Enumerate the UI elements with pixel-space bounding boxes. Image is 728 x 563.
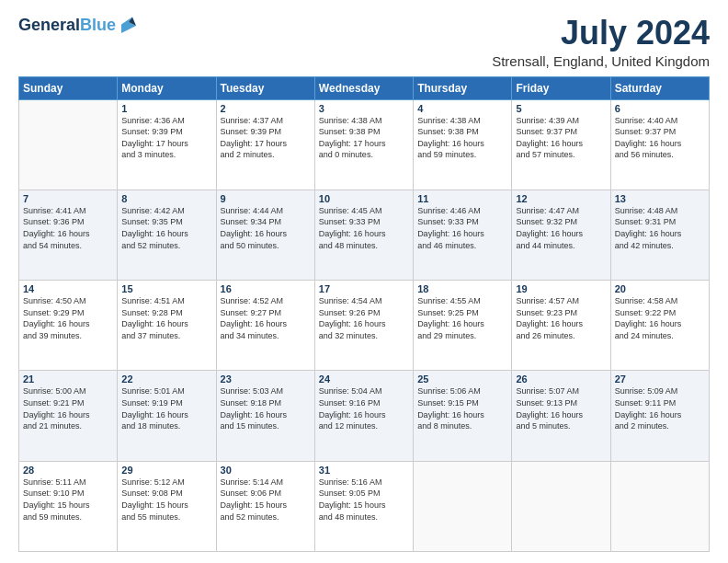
calendar-cell: 12Sunrise: 4:47 AM Sunset: 9:32 PM Dayli… [512, 190, 610, 280]
day-info: Sunrise: 4:38 AM Sunset: 9:38 PM Dayligh… [319, 115, 409, 161]
calendar-cell: 31Sunrise: 5:16 AM Sunset: 9:05 PM Dayli… [314, 461, 413, 551]
day-info: Sunrise: 5:04 AM Sunset: 9:16 PM Dayligh… [319, 385, 409, 431]
calendar-cell: 30Sunrise: 5:14 AM Sunset: 9:06 PM Dayli… [216, 461, 314, 551]
day-info: Sunrise: 4:36 AM Sunset: 9:39 PM Dayligh… [121, 115, 211, 161]
day-info: Sunrise: 4:37 AM Sunset: 9:39 PM Dayligh… [221, 115, 311, 161]
calendar-cell: 7Sunrise: 4:41 AM Sunset: 9:36 PM Daylig… [19, 190, 118, 280]
calendar-cell: 5Sunrise: 4:39 AM Sunset: 9:37 PM Daylig… [512, 99, 610, 190]
calendar-header-monday: Monday [118, 76, 216, 99]
day-info: Sunrise: 5:11 AM Sunset: 9:10 PM Dayligh… [23, 477, 113, 523]
title-block: July 2024 Strensall, England, United Kin… [492, 15, 710, 69]
day-info: Sunrise: 5:06 AM Sunset: 9:15 PM Dayligh… [417, 385, 507, 431]
day-number: 26 [516, 373, 606, 385]
calendar-cell: 29Sunrise: 5:12 AM Sunset: 9:08 PM Dayli… [118, 461, 216, 551]
day-info: Sunrise: 4:45 AM Sunset: 9:33 PM Dayligh… [319, 205, 409, 251]
calendar-cell: 13Sunrise: 4:48 AM Sunset: 9:31 PM Dayli… [610, 190, 709, 280]
day-info: Sunrise: 5:16 AM Sunset: 9:05 PM Dayligh… [319, 477, 409, 523]
calendar-table: SundayMondayTuesdayWednesdayThursdayFrid… [18, 76, 710, 552]
day-number: 17 [319, 283, 409, 294]
day-number: 28 [23, 465, 113, 476]
calendar-cell: 1Sunrise: 4:36 AM Sunset: 9:39 PM Daylig… [118, 99, 216, 190]
calendar-cell: 18Sunrise: 4:55 AM Sunset: 9:25 PM Dayli… [414, 281, 512, 371]
calendar-cell: 24Sunrise: 5:04 AM Sunset: 9:16 PM Dayli… [314, 371, 413, 461]
day-info: Sunrise: 4:48 AM Sunset: 9:31 PM Dayligh… [615, 205, 705, 251]
day-info: Sunrise: 4:55 AM Sunset: 9:25 PM Dayligh… [417, 295, 507, 341]
day-info: Sunrise: 5:07 AM Sunset: 9:13 PM Dayligh… [516, 385, 606, 431]
calendar-cell: 14Sunrise: 4:50 AM Sunset: 9:29 PM Dayli… [19, 281, 118, 371]
day-number: 22 [121, 373, 211, 385]
calendar-cell: 27Sunrise: 5:09 AM Sunset: 9:11 PM Dayli… [610, 371, 709, 461]
header: GeneralBlue July 2024 Strensall, England… [18, 15, 710, 69]
calendar-week-row: 14Sunrise: 4:50 AM Sunset: 9:29 PM Dayli… [19, 281, 710, 371]
calendar-cell: 10Sunrise: 4:45 AM Sunset: 9:33 PM Dayli… [314, 190, 413, 280]
day-info: Sunrise: 4:51 AM Sunset: 9:28 PM Dayligh… [121, 295, 211, 341]
day-info: Sunrise: 4:57 AM Sunset: 9:23 PM Dayligh… [516, 295, 606, 341]
day-info: Sunrise: 4:38 AM Sunset: 9:38 PM Dayligh… [417, 115, 507, 161]
day-number: 7 [23, 193, 113, 204]
calendar-cell: 22Sunrise: 5:01 AM Sunset: 9:19 PM Dayli… [118, 371, 216, 461]
day-info: Sunrise: 4:42 AM Sunset: 9:35 PM Dayligh… [121, 205, 211, 251]
calendar-header-thursday: Thursday [414, 76, 512, 99]
calendar-cell [19, 99, 118, 190]
day-number: 23 [221, 373, 311, 385]
calendar-week-row: 28Sunrise: 5:11 AM Sunset: 9:10 PM Dayli… [19, 461, 710, 551]
calendar-cell [610, 461, 709, 551]
calendar-cell: 16Sunrise: 4:52 AM Sunset: 9:27 PM Dayli… [216, 281, 314, 371]
calendar-header-saturday: Saturday [610, 76, 709, 99]
logo: GeneralBlue [18, 15, 140, 37]
calendar-header-friday: Friday [512, 76, 610, 99]
day-number: 25 [417, 373, 507, 385]
calendar-header-tuesday: Tuesday [216, 76, 314, 99]
calendar-cell: 15Sunrise: 4:51 AM Sunset: 9:28 PM Dayli… [118, 281, 216, 371]
calendar-week-row: 21Sunrise: 5:00 AM Sunset: 9:21 PM Dayli… [19, 371, 710, 461]
logo-text: GeneralBlue [18, 17, 116, 35]
day-number: 18 [417, 283, 507, 294]
day-info: Sunrise: 4:44 AM Sunset: 9:34 PM Dayligh… [221, 205, 311, 251]
day-number: 8 [121, 193, 211, 204]
calendar-cell: 6Sunrise: 4:40 AM Sunset: 9:37 PM Daylig… [610, 99, 709, 190]
day-number: 3 [319, 103, 409, 114]
day-number: 19 [516, 283, 606, 294]
day-info: Sunrise: 5:00 AM Sunset: 9:21 PM Dayligh… [23, 385, 113, 431]
day-number: 15 [121, 283, 211, 294]
calendar-week-row: 7Sunrise: 4:41 AM Sunset: 9:36 PM Daylig… [19, 190, 710, 280]
day-info: Sunrise: 4:40 AM Sunset: 9:37 PM Dayligh… [615, 115, 705, 161]
day-number: 11 [417, 193, 507, 204]
calendar-header-wednesday: Wednesday [314, 76, 413, 99]
day-info: Sunrise: 4:58 AM Sunset: 9:22 PM Dayligh… [615, 295, 705, 341]
calendar-cell: 26Sunrise: 5:07 AM Sunset: 9:13 PM Dayli… [512, 371, 610, 461]
main-title: July 2024 [492, 15, 710, 52]
calendar-cell: 8Sunrise: 4:42 AM Sunset: 9:35 PM Daylig… [118, 190, 216, 280]
day-number: 1 [121, 103, 211, 114]
day-info: Sunrise: 4:54 AM Sunset: 9:26 PM Dayligh… [319, 295, 409, 341]
calendar-cell: 2Sunrise: 4:37 AM Sunset: 9:39 PM Daylig… [216, 99, 314, 190]
calendar-cell [512, 461, 610, 551]
day-info: Sunrise: 4:39 AM Sunset: 9:37 PM Dayligh… [516, 115, 606, 161]
day-info: Sunrise: 4:47 AM Sunset: 9:32 PM Dayligh… [516, 205, 606, 251]
calendar-cell: 4Sunrise: 4:38 AM Sunset: 9:38 PM Daylig… [414, 99, 512, 190]
day-info: Sunrise: 5:03 AM Sunset: 9:18 PM Dayligh… [221, 385, 311, 431]
day-number: 5 [516, 103, 606, 114]
svg-marker-0 [121, 17, 136, 33]
day-info: Sunrise: 4:46 AM Sunset: 9:33 PM Dayligh… [417, 205, 507, 251]
day-number: 27 [615, 373, 705, 385]
day-number: 4 [417, 103, 507, 114]
day-number: 14 [23, 283, 113, 294]
day-number: 2 [221, 103, 311, 114]
calendar-cell: 20Sunrise: 4:58 AM Sunset: 9:22 PM Dayli… [610, 281, 709, 371]
day-info: Sunrise: 4:50 AM Sunset: 9:29 PM Dayligh… [23, 295, 113, 341]
logo-icon [118, 15, 140, 37]
day-number: 29 [121, 465, 211, 476]
day-number: 10 [319, 193, 409, 204]
day-info: Sunrise: 4:41 AM Sunset: 9:36 PM Dayligh… [23, 205, 113, 251]
calendar-cell [414, 461, 512, 551]
day-number: 12 [516, 193, 606, 204]
day-number: 13 [615, 193, 705, 204]
calendar-cell: 23Sunrise: 5:03 AM Sunset: 9:18 PM Dayli… [216, 371, 314, 461]
calendar-cell: 9Sunrise: 4:44 AM Sunset: 9:34 PM Daylig… [216, 190, 314, 280]
subtitle: Strensall, England, United Kingdom [492, 53, 710, 69]
page: GeneralBlue July 2024 Strensall, England… [0, 0, 728, 563]
calendar-cell: 25Sunrise: 5:06 AM Sunset: 9:15 PM Dayli… [414, 371, 512, 461]
day-info: Sunrise: 5:14 AM Sunset: 9:06 PM Dayligh… [221, 477, 311, 523]
day-number: 6 [615, 103, 705, 114]
